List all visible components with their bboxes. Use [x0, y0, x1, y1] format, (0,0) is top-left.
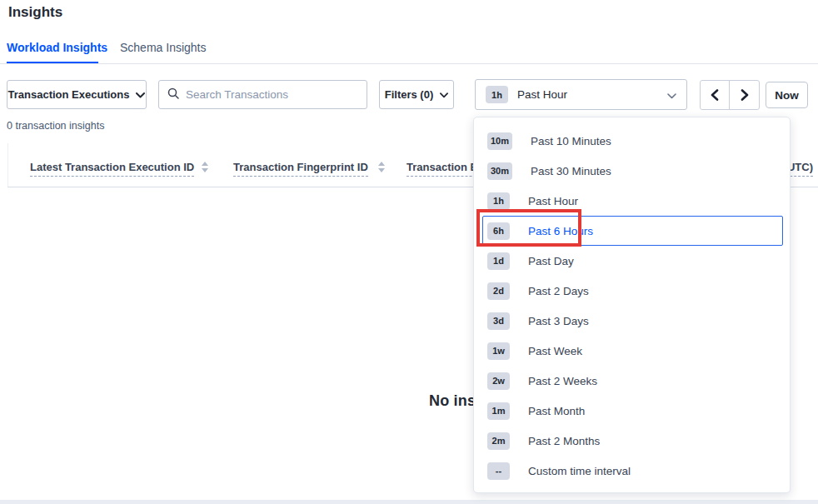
column-header-transaction-fingerprint-id[interactable]: Transaction Fingerprint ID — [233, 161, 368, 177]
column-header-latest-transaction-execution-id[interactable]: Latest Transaction Execution ID — [30, 161, 194, 177]
insights-count: 0 transaction insights — [7, 120, 104, 132]
tab-workload-insights[interactable]: Workload Insights — [7, 41, 107, 54]
time-option-label: Past Hour — [528, 195, 578, 207]
time-option-label: Past 10 Minutes — [531, 135, 611, 147]
time-option-badge: 1w — [487, 342, 510, 360]
previous-interval-button[interactable] — [701, 81, 730, 109]
time-option-30m[interactable]: 30m Past 30 Minutes — [474, 156, 790, 186]
time-option-2w[interactable]: 2w Past 2 Weeks — [474, 366, 790, 396]
time-nav-arrows — [700, 80, 760, 110]
time-option-label: Past 6 Hours — [528, 225, 593, 237]
time-option-3d[interactable]: 3d Past 3 Days — [474, 306, 790, 336]
time-option-badge: 10m — [487, 132, 512, 150]
page-title: Insights — [8, 4, 62, 21]
time-option-label: Past Month — [528, 405, 585, 417]
time-option-badge: 3d — [487, 312, 510, 330]
time-interval-dropdown: 10m Past 10 Minutes 30m Past 30 Minutes … — [473, 117, 791, 493]
time-option-badge: 2m — [487, 432, 510, 450]
chevron-down-icon — [136, 88, 145, 101]
transaction-type-select-label: Transaction Executions — [8, 88, 130, 101]
next-interval-button[interactable] — [730, 81, 759, 109]
time-option-label: Past 2 Months — [528, 435, 600, 447]
time-option-badge: 30m — [487, 162, 512, 180]
chevron-down-icon — [440, 88, 448, 101]
time-option-label: Custom time interval — [528, 465, 631, 477]
filters-button-label: Filters (0) — [385, 88, 434, 101]
time-option-badge: -- — [487, 462, 510, 480]
time-option-2d[interactable]: 2d Past 2 Days — [474, 276, 790, 306]
time-option-badge: 6h — [487, 222, 510, 240]
transaction-type-select[interactable]: Transaction Executions — [7, 80, 147, 109]
time-option-badge: 1h — [487, 192, 510, 210]
time-interval-badge: 1h — [486, 86, 508, 103]
chevron-down-icon — [667, 87, 676, 102]
sort-icon[interactable] — [202, 162, 208, 172]
time-option-label: Past Week — [528, 345, 582, 357]
time-option-badge: 1d — [487, 252, 510, 270]
time-option-1h[interactable]: 1h Past Hour — [474, 186, 790, 216]
tab-schema-insights[interactable]: Schema Insights — [120, 41, 207, 54]
bottom-divider — [0, 500, 818, 504]
time-option-label: Past 2 Days — [528, 285, 589, 297]
time-option-2m[interactable]: 2m Past 2 Months — [474, 426, 790, 456]
time-option-label: Past Day — [528, 255, 574, 267]
search-transactions-input[interactable] — [186, 88, 358, 101]
time-option-1d[interactable]: 1d Past Day — [474, 246, 790, 276]
time-option-badge: 1m — [487, 402, 510, 420]
search-transactions-box[interactable] — [158, 80, 367, 109]
table-left-border — [7, 143, 8, 187]
tabs-divider — [0, 63, 818, 64]
time-option-1w[interactable]: 1w Past Week — [474, 336, 790, 366]
time-option-badge: 2w — [487, 372, 510, 390]
time-option-badge: 2d — [487, 282, 510, 300]
now-button[interactable]: Now — [766, 82, 808, 108]
time-option-label: Past 30 Minutes — [531, 165, 611, 177]
now-button-label: Now — [775, 89, 799, 102]
time-option-custom[interactable]: -- Custom time interval — [474, 456, 790, 486]
time-option-1m[interactable]: 1m Past Month — [474, 396, 790, 426]
time-option-10m[interactable]: 10m Past 10 Minutes — [474, 126, 790, 156]
sort-icon[interactable] — [378, 162, 385, 172]
time-interval-label: Past Hour — [517, 88, 567, 101]
time-option-6h[interactable]: 6h Past 6 Hours — [482, 216, 783, 246]
insights-page: Insights Workload Insights Schema Insigh… — [0, 0, 818, 504]
time-option-label: Past 3 Days — [528, 315, 589, 327]
search-icon — [167, 87, 179, 102]
filters-button[interactable]: Filters (0) — [379, 80, 454, 109]
time-option-label: Past 2 Weeks — [528, 375, 597, 387]
time-interval-select[interactable]: 1h Past Hour — [475, 79, 687, 110]
